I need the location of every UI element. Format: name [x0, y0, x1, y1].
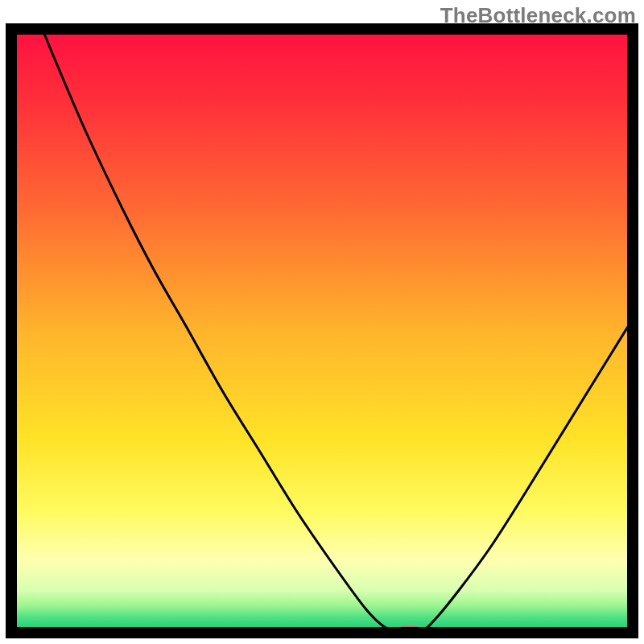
chart-stage: TheBottleneck.com: [0, 0, 644, 644]
bottleneck-chart: [0, 0, 644, 644]
gradient-background: [11, 29, 633, 633]
